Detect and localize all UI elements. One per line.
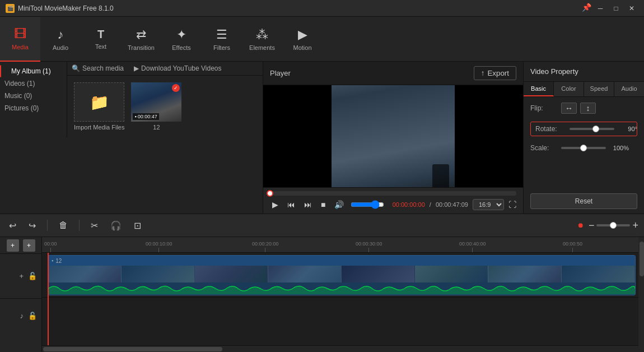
zoom-minus-button[interactable]: − xyxy=(589,220,595,231)
time-total: 00:00:47:09 xyxy=(436,201,468,208)
title-bar-left: 🎬 MiniTool MovieMaker Free 8.1.0 xyxy=(6,4,114,13)
redo-button[interactable]: ↪ xyxy=(25,218,39,233)
undo-button[interactable]: ↩ xyxy=(6,218,20,233)
timeline-ruler[interactable]: 00:00 00:00:10:00 00:00:20:00 00:00:30:0… xyxy=(42,237,638,253)
timeline-right-panel: 00:00 00:00:10:00 00:00:20:00 00:00:30:0… xyxy=(42,237,638,352)
audio-track-lock-button[interactable]: 🔓 xyxy=(27,311,38,321)
rotate-slider[interactable] xyxy=(570,128,614,130)
player-panel: Player ↑ Export ▶ ⏮ ⏭ ■ 🔊 xyxy=(263,62,524,214)
flip-label: Flip: xyxy=(530,104,561,112)
text-label: Text xyxy=(95,43,106,50)
fullscreen-button[interactable]: ⛶ xyxy=(508,200,516,209)
transition-label: Transition xyxy=(128,44,155,51)
scale-value: 100% xyxy=(609,145,629,151)
vertical-scrollbar-thumb[interactable] xyxy=(640,242,644,276)
search-media-button[interactable]: 🔍 Search media xyxy=(72,64,124,72)
frame-7 xyxy=(488,266,562,282)
audio-detach-button[interactable]: 🎧 xyxy=(107,218,125,233)
export-button[interactable]: ↑ Export xyxy=(474,66,516,80)
next-frame-button[interactable]: ⏭ xyxy=(302,199,314,210)
play-button[interactable]: ▶ xyxy=(270,199,281,210)
progress-bar[interactable] xyxy=(270,191,516,196)
tab-basic[interactable]: Basic xyxy=(524,82,554,96)
separator-1 xyxy=(47,220,48,231)
video-track-add-button[interactable]: + xyxy=(18,271,25,281)
add-audio-track-button[interactable]: + xyxy=(23,239,35,252)
aspect-ratio-select[interactable]: 16:94:39:16 xyxy=(473,199,504,210)
volume-slider[interactable] xyxy=(351,200,384,209)
toolbar-motion[interactable]: ▶ Motion xyxy=(282,17,323,62)
delete-button[interactable]: 🗑 xyxy=(55,218,71,233)
stop-button[interactable]: ■ xyxy=(319,199,328,210)
left-panel: My Album (1) Videos (1) Music (0) Pictur… xyxy=(0,62,263,214)
zoom-plus-button[interactable]: + xyxy=(632,220,638,231)
video-track-controls: + 🔓 xyxy=(0,254,41,299)
media-clip-item[interactable]: ▪ 00:00:47 ✓ 12 xyxy=(131,82,181,131)
effects-label: Effects xyxy=(172,44,190,51)
import-media-item[interactable]: 📁 Import Media Files xyxy=(74,82,124,131)
app-icon: 🎬 xyxy=(6,4,15,13)
toolbar-elements[interactable]: ⁂ Elements xyxy=(242,17,282,62)
volume-button[interactable]: 🔊 xyxy=(332,199,346,210)
elements-icon: ⁂ xyxy=(256,27,268,42)
media-label: Media xyxy=(12,44,29,50)
nav-videos[interactable]: Videos (1) xyxy=(0,77,67,90)
timeline-left-panel: + + + 🔓 ♪ 🔓 xyxy=(0,237,42,352)
rotate-label: Rotate: xyxy=(535,125,566,133)
flip-horizontal-button[interactable]: ↔ xyxy=(561,103,577,114)
frame-1 xyxy=(48,266,122,282)
timeline-track-controls: + 🔓 ♪ 🔓 xyxy=(0,254,41,352)
scale-slider[interactable] xyxy=(561,147,606,149)
tab-speed[interactable]: Speed xyxy=(584,82,614,96)
toolbar-filters[interactable]: ☰ Filters xyxy=(202,17,242,62)
video-clip[interactable]: ▪ 12 xyxy=(48,255,636,295)
timeline-playhead[interactable] xyxy=(48,253,49,345)
close-button[interactable]: ✕ xyxy=(625,3,638,14)
toolbar-audio[interactable]: ♪ Audio xyxy=(40,17,81,62)
nav-pictures[interactable]: Pictures (0) xyxy=(0,102,67,114)
transition-icon: ⇄ xyxy=(136,27,146,42)
bottom-controls-bar: ↩ ↪ 🗑 ✂ 🎧 ⊡ ⏺ − + xyxy=(0,214,644,237)
prev-frame-button[interactable]: ⏮ xyxy=(285,199,297,210)
flip-vertical-button[interactable]: ↕ xyxy=(580,103,596,114)
cut-button[interactable]: ✂ xyxy=(87,218,101,233)
rotate-value: 90° xyxy=(618,126,637,132)
effects-icon: ✦ xyxy=(176,27,186,42)
audio-track-controls: ♪ 🔓 xyxy=(0,299,41,332)
nav-my-album[interactable]: My Album (1) xyxy=(0,65,67,77)
reset-button[interactable]: Reset xyxy=(530,193,637,209)
media-toolbar: 🔍 Search media ▶ Download YouTube Videos xyxy=(67,62,263,76)
video-clip-frames xyxy=(48,266,635,282)
audio-track-music-button[interactable]: ♪ xyxy=(19,311,25,321)
property-tabs: Basic Color Speed Audio xyxy=(524,82,644,97)
timeline-vertical-scrollbar[interactable] xyxy=(638,237,644,352)
download-youtube-button[interactable]: ▶ Download YouTube Videos xyxy=(134,64,221,72)
scrollbar-thumb[interactable] xyxy=(43,347,222,351)
elements-label: Elements xyxy=(249,44,275,51)
tab-audio[interactable]: Audio xyxy=(614,82,644,96)
zoom-slider[interactable] xyxy=(596,224,630,226)
toolbar-media[interactable]: 🎞 Media xyxy=(0,17,40,62)
toolbar-effects[interactable]: ✦ Effects xyxy=(161,17,202,62)
crop-button[interactable]: ⊡ xyxy=(130,218,144,233)
minimize-button[interactable]: ─ xyxy=(594,3,607,14)
add-video-track-button[interactable]: + xyxy=(7,239,19,252)
progress-thumb[interactable] xyxy=(267,190,273,197)
media-grid: 📁 Import Media Files ▪ 00:00:47 ✓ xyxy=(67,76,263,137)
timeline-scrollbar[interactable] xyxy=(42,345,638,352)
timeline-tracks: ▪ 12 xyxy=(42,253,638,345)
nav-music[interactable]: Music (0) xyxy=(0,90,67,102)
video-clip-header: ▪ 12 xyxy=(48,256,635,266)
folder-icon: 📁 xyxy=(90,93,109,112)
audio-icon: ♪ xyxy=(58,27,64,42)
toolbar-transition[interactable]: ⇄ Transition xyxy=(121,17,161,62)
text-icon: T xyxy=(97,28,104,41)
video-track-lock-button[interactable]: 🔓 xyxy=(27,271,38,281)
maximize-button[interactable]: □ xyxy=(609,3,623,14)
motion-icon: ▶ xyxy=(298,27,307,42)
toolbar-text[interactable]: T Text xyxy=(81,17,121,62)
property-title: Video Property xyxy=(524,62,644,82)
search-icon: 🔍 xyxy=(72,64,80,72)
scale-row: Scale: 100% xyxy=(530,144,637,152)
tab-color[interactable]: Color xyxy=(554,82,584,96)
